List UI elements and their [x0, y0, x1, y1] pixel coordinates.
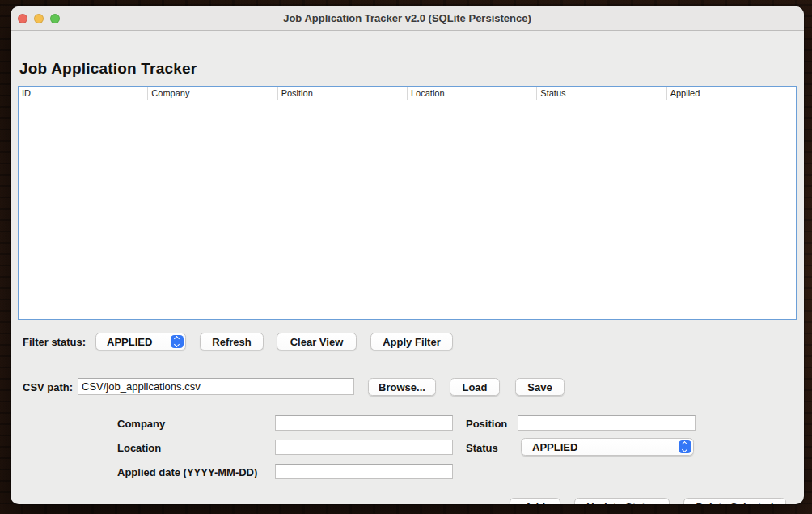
refresh-button[interactable]: Refresh	[200, 333, 264, 350]
table-body[interactable]	[19, 101, 796, 319]
csv-path-input[interactable]	[78, 378, 354, 395]
position-label: Position	[466, 418, 507, 430]
browse-button[interactable]: Browse...	[368, 378, 436, 396]
load-button[interactable]: Load	[450, 378, 500, 396]
column-header-status[interactable]: Status	[536, 87, 666, 100]
status-label: Status	[466, 442, 498, 454]
update-status-button[interactable]: Update Status	[574, 498, 670, 504]
status-dropdown[interactable]: APPLIED	[521, 438, 694, 456]
company-input[interactable]	[275, 415, 453, 431]
delete-selected-button[interactable]: Delete Selected	[683, 498, 786, 504]
table-header-row: ID Company Position Location Status Appl…	[19, 87, 796, 100]
position-input[interactable]	[518, 415, 696, 431]
chevron-up-down-icon	[171, 335, 184, 348]
column-header-id[interactable]: ID	[19, 87, 147, 100]
location-label: Location	[117, 442, 161, 454]
csv-path-label: CSV path:	[23, 381, 73, 393]
column-header-position[interactable]: Position	[277, 87, 407, 100]
column-header-applied[interactable]: Applied	[666, 87, 796, 100]
column-header-location[interactable]: Location	[407, 87, 536, 100]
filter-status-label: Filter status:	[23, 336, 86, 348]
window-content: Job Application Tracker ID Company Posit…	[11, 31, 804, 503]
minimize-window-icon[interactable]	[34, 14, 44, 23]
location-input[interactable]	[275, 440, 453, 455]
applied-date-input[interactable]	[275, 464, 453, 479]
zoom-window-icon[interactable]	[50, 14, 60, 23]
save-button[interactable]: Save	[515, 378, 565, 396]
desktop: { "window": { "title": "Job Application …	[0, 0, 812, 514]
close-window-icon[interactable]	[18, 14, 27, 23]
filter-status-selected-value: APPLIED	[96, 336, 171, 348]
chevron-up-down-icon	[679, 440, 691, 453]
clear-view-button[interactable]: Clear View	[277, 333, 357, 350]
applied-date-label: Applied date (YYYY-MM-DD)	[117, 466, 257, 478]
company-label: Company	[117, 418, 165, 430]
status-selected-value: APPLIED	[522, 441, 679, 453]
column-header-company[interactable]: Company	[147, 87, 277, 100]
app-window: Job Application Tracker v2.0 (SQLite Per…	[11, 6, 804, 504]
window-titlebar[interactable]: Job Application Tracker v2.0 (SQLite Per…	[11, 6, 804, 31]
window-title: Job Application Tracker v2.0 (SQLite Per…	[283, 12, 531, 24]
traffic-lights	[18, 6, 60, 30]
apply-filter-button[interactable]: Apply Filter	[370, 333, 453, 350]
add-button[interactable]: Add	[510, 498, 560, 504]
applications-table: ID Company Position Location Status Appl…	[18, 86, 797, 320]
page-title: Job Application Tracker	[19, 60, 197, 78]
filter-status-dropdown[interactable]: APPLIED	[95, 333, 186, 350]
